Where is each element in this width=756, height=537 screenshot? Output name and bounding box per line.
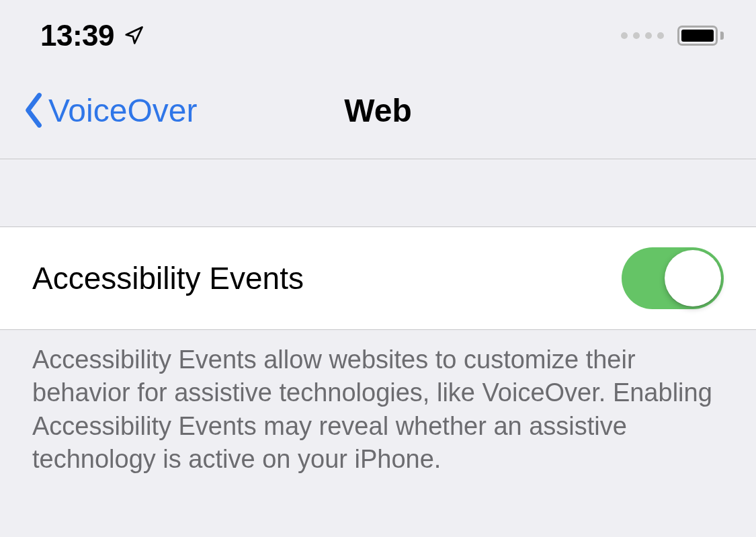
status-time: 13:39	[40, 19, 114, 52]
setting-label: Accessibility Events	[32, 260, 304, 296]
spacer	[0, 159, 756, 226]
status-right	[621, 26, 724, 46]
setting-description: Accessibility Events allow websites to c…	[0, 330, 756, 490]
setting-row-accessibility-events: Accessibility Events	[0, 226, 756, 330]
cellular-signal-icon	[621, 32, 664, 39]
back-label: VoiceOver	[48, 92, 197, 129]
chevron-left-icon	[22, 91, 46, 129]
status-bar: 13:39	[0, 0, 756, 65]
svg-marker-0	[126, 28, 142, 44]
status-left: 13:39	[40, 19, 144, 52]
nav-bar: VoiceOver Web	[0, 65, 756, 159]
battery-icon	[677, 26, 724, 46]
accessibility-events-toggle[interactable]	[622, 247, 724, 309]
toggle-knob	[665, 250, 721, 306]
page-title: Web	[344, 92, 411, 129]
back-button[interactable]: VoiceOver	[22, 91, 197, 129]
location-icon	[124, 26, 144, 46]
